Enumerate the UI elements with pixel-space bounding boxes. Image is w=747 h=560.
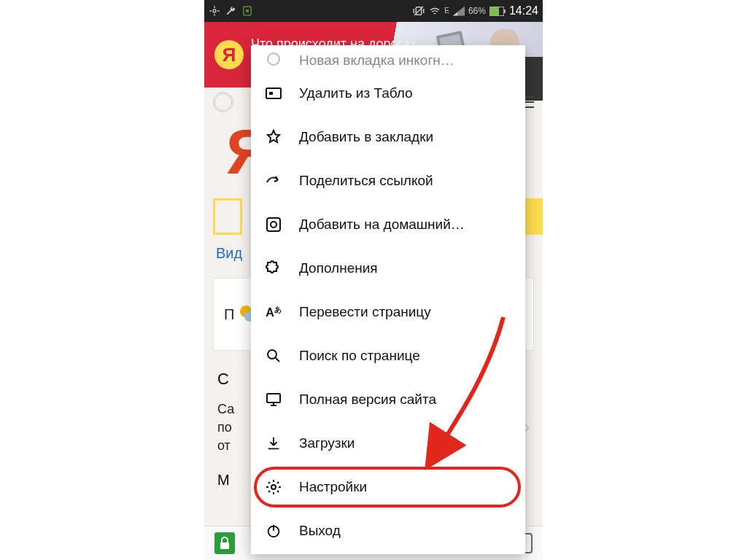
data-type-label: E bbox=[444, 7, 449, 15]
svg-rect-8 bbox=[267, 218, 280, 231]
svg-point-5 bbox=[268, 53, 279, 65]
svg-point-9 bbox=[271, 222, 276, 228]
battery-percent: 66% bbox=[468, 6, 486, 16]
share-icon bbox=[264, 171, 283, 190]
location-target-icon[interactable] bbox=[213, 92, 233, 112]
status-bar-right: E 66% 14:24 bbox=[412, 4, 538, 18]
menu-item-label: Перевести страницу bbox=[299, 304, 512, 320]
menu-item-label: Дополнения bbox=[299, 260, 512, 276]
shield-icon bbox=[241, 4, 254, 18]
menu-item-label: Поиск по странице bbox=[299, 348, 512, 364]
home-add-icon bbox=[264, 215, 283, 234]
menu-item-label: Поделиться ссылкой bbox=[299, 173, 512, 189]
menu-item-settings[interactable]: Настройки bbox=[251, 465, 525, 509]
menu-item-label: Новая вкладка инкогн… bbox=[299, 52, 512, 69]
menu-item-exit[interactable]: Выход bbox=[251, 509, 525, 553]
svg-rect-18 bbox=[220, 542, 229, 549]
puzzle-icon bbox=[264, 259, 283, 278]
vibrate-icon bbox=[412, 5, 425, 17]
menu-item-downloads[interactable]: Загрузки bbox=[251, 421, 525, 465]
menu-item-extensions[interactable]: Дополнения bbox=[251, 246, 525, 290]
news-line-2: по bbox=[217, 419, 234, 437]
wrench-icon bbox=[225, 5, 236, 17]
phone-frame: E 66% 14:24 Я Что происходит на дорогах … bbox=[204, 0, 543, 560]
svg-point-0 bbox=[213, 9, 216, 12]
menu-item-label: Добавить на домашний… bbox=[299, 217, 512, 233]
gps-icon bbox=[209, 5, 220, 17]
menu-item-label: Настройки bbox=[299, 479, 512, 495]
menu-item-label: Выход bbox=[299, 523, 512, 539]
status-bar: E 66% 14:24 bbox=[204, 0, 543, 22]
menu-item-desktop[interactable]: Полная версия сайта bbox=[251, 378, 525, 421]
news-line-3: от bbox=[217, 437, 234, 455]
search-icon bbox=[264, 346, 283, 365]
menu-item-label: Полная версия сайта bbox=[299, 392, 512, 408]
clock: 14:24 bbox=[509, 4, 538, 18]
menu-item-translate[interactable]: Aあ Перевести страницу bbox=[251, 290, 525, 334]
wifi-icon bbox=[429, 6, 441, 16]
star-icon bbox=[264, 128, 283, 147]
menu-item-label: Удалить из Табло bbox=[299, 85, 512, 101]
status-bar-left bbox=[209, 4, 254, 18]
menu-item-remove-tablo[interactable]: Удалить из Табло bbox=[251, 71, 525, 115]
menu-item-share[interactable]: Поделиться ссылкой bbox=[251, 159, 525, 203]
svg-line-11 bbox=[276, 358, 279, 362]
browser-dropdown-menu: Новая вкладка инкогн… Удалить из Табло Д… bbox=[251, 45, 525, 554]
yandex-logo-icon: Я bbox=[214, 40, 244, 69]
svg-rect-12 bbox=[267, 394, 280, 402]
power-icon bbox=[264, 521, 283, 540]
svg-rect-7 bbox=[269, 92, 273, 95]
menu-item-find[interactable]: Поиск по странице bbox=[251, 334, 525, 378]
svg-rect-6 bbox=[266, 88, 281, 98]
download-icon bbox=[264, 434, 283, 453]
menu-item-label: Загрузки bbox=[299, 435, 512, 451]
incognito-icon bbox=[264, 50, 283, 69]
menu-item-homescreen[interactable]: Добавить на домашний… bbox=[251, 203, 525, 246]
desktop-icon bbox=[264, 390, 283, 409]
translate-icon: Aあ bbox=[264, 303, 283, 322]
svg-point-10 bbox=[268, 350, 276, 359]
gear-icon bbox=[264, 478, 283, 497]
news-line-1: Са bbox=[217, 400, 234, 419]
weather-prefix: П bbox=[224, 306, 234, 323]
menu-item-incognito[interactable]: Новая вкладка инкогн… bbox=[251, 48, 525, 71]
battery-icon bbox=[489, 7, 504, 16]
svg-point-2 bbox=[246, 9, 249, 13]
svg-point-15 bbox=[271, 485, 276, 489]
menu-item-label: Добавить в закладки bbox=[299, 129, 512, 145]
menu-item-bookmark[interactable]: Добавить в закладки bbox=[251, 115, 525, 159]
lock-icon[interactable] bbox=[214, 532, 235, 554]
signal-icon bbox=[453, 6, 465, 16]
tablo-icon bbox=[264, 84, 283, 103]
